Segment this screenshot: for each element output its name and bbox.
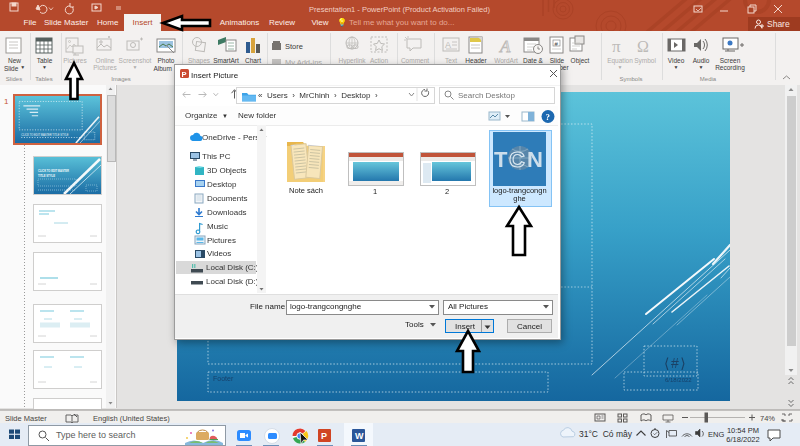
svg-text:CLICK TO EDIT MASTER TITLE STY: CLICK TO EDIT MASTER TITLE STYLE (21, 132, 68, 137)
svg-text:A: A (499, 37, 511, 56)
svg-text:N: N (527, 147, 543, 172)
svg-text:ENG: ENG (708, 430, 724, 439)
svg-text:C: C (509, 147, 525, 172)
svg-text:74%: 74% (760, 414, 775, 423)
svg-text:T: T (494, 147, 508, 172)
svg-text:TITLE STYLE: TITLE STYLE (38, 173, 55, 178)
svg-text:?: ? (546, 112, 551, 122)
svg-text:6/18/2022: 6/18/2022 (665, 377, 692, 383)
svg-text:Store: Store (285, 42, 303, 51)
svg-text:π: π (612, 37, 621, 56)
svg-text:⟨#⟩: ⟨#⟩ (664, 355, 687, 371)
svg-text:Ω: Ω (637, 38, 649, 55)
svg-text:Footer: Footer (213, 375, 234, 382)
svg-text:CLICK TO EDIT MASTER: CLICK TO EDIT MASTER (38, 168, 69, 173)
svg-text:A: A (445, 40, 451, 50)
